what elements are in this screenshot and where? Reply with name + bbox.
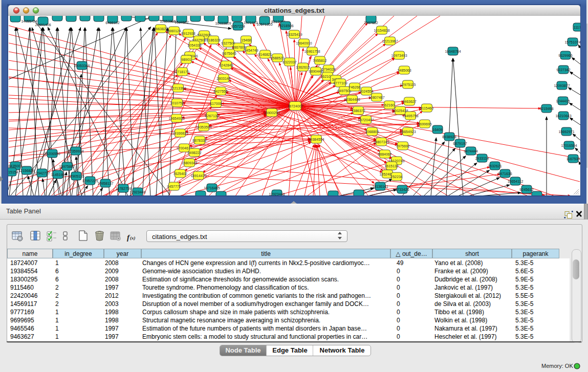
svg-text:9884067: 9884067 bbox=[378, 152, 391, 156]
svg-text:9146821: 9146821 bbox=[258, 53, 272, 56]
svg-text:10958137: 10958137 bbox=[97, 182, 113, 185]
svg-text:18654923: 18654923 bbox=[400, 130, 416, 134]
svg-text:1145199: 1145199 bbox=[51, 173, 65, 177]
svg-text:10653326: 10653326 bbox=[160, 19, 176, 23]
svg-text:12093877: 12093877 bbox=[554, 84, 570, 87]
svg-text:20206556: 20206556 bbox=[44, 152, 60, 156]
svg-text:3024554: 3024554 bbox=[359, 90, 373, 93]
svg-text:3215958: 3215958 bbox=[539, 107, 553, 111]
svg-text:16210643: 16210643 bbox=[555, 114, 571, 118]
svg-text:18807249: 18807249 bbox=[373, 140, 389, 144]
svg-text:8186328: 8186328 bbox=[206, 38, 220, 42]
svg-text:11172: 11172 bbox=[574, 26, 580, 29]
svg-text:10973493: 10973493 bbox=[391, 54, 407, 57]
svg-text:10671355: 10671355 bbox=[256, 23, 272, 26]
svg-text:1010752: 1010752 bbox=[170, 101, 184, 105]
svg-text:9463627: 9463627 bbox=[402, 100, 416, 103]
svg-text:9457771: 9457771 bbox=[167, 185, 181, 188]
svg-text:12905135: 12905135 bbox=[68, 174, 84, 178]
svg-text:12942737: 12942737 bbox=[34, 171, 50, 175]
svg-text:10154838: 10154838 bbox=[374, 29, 389, 32]
svg-text:8454749: 8454749 bbox=[244, 49, 258, 52]
svg-text:9699695: 9699695 bbox=[418, 122, 431, 126]
svg-text:20691406: 20691406 bbox=[35, 23, 51, 27]
svg-text:62160: 62160 bbox=[384, 103, 395, 107]
svg-text:8427552: 8427552 bbox=[213, 90, 227, 93]
svg-text:9245612: 9245612 bbox=[519, 188, 533, 191]
svg-text:9242848: 9242848 bbox=[219, 63, 233, 67]
svg-text:15900293: 15900293 bbox=[264, 111, 279, 115]
svg-text:1733426: 1733426 bbox=[395, 188, 409, 191]
svg-text:17957225: 17957225 bbox=[82, 179, 98, 183]
svg-text:6466102: 6466102 bbox=[105, 21, 119, 25]
svg-text:10654112: 10654112 bbox=[508, 180, 524, 183]
svg-text:1362615: 1362615 bbox=[296, 65, 310, 69]
svg-text:18724007: 18724007 bbox=[287, 104, 303, 108]
svg-text:15720407: 15720407 bbox=[358, 118, 374, 122]
svg-text:9777109: 9777109 bbox=[333, 81, 347, 85]
svg-text:2718170: 2718170 bbox=[175, 70, 189, 74]
svg-text:2933114: 2933114 bbox=[475, 157, 489, 160]
svg-text:19654933: 19654933 bbox=[168, 117, 184, 120]
svg-text:14353594: 14353594 bbox=[195, 125, 211, 129]
svg-text:7975692: 7975692 bbox=[396, 144, 409, 148]
svg-text:8938928: 8938928 bbox=[442, 135, 456, 139]
svg-text:252234: 252234 bbox=[390, 175, 402, 179]
svg-text:12156829: 12156829 bbox=[18, 169, 34, 172]
svg-text:7632621: 7632621 bbox=[488, 164, 502, 168]
svg-text:19384554: 19384554 bbox=[308, 138, 324, 141]
svg-text:7955812: 7955812 bbox=[313, 59, 326, 62]
svg-text:13325419: 13325419 bbox=[286, 33, 302, 36]
svg-text:1167533: 1167533 bbox=[567, 157, 580, 161]
svg-text:16033809: 16033809 bbox=[215, 21, 231, 25]
svg-text:9115460: 9115460 bbox=[420, 106, 434, 110]
svg-text:19166825: 19166825 bbox=[172, 132, 188, 135]
svg-text:14055724: 14055724 bbox=[21, 19, 37, 23]
svg-text:15468: 15468 bbox=[241, 38, 251, 42]
svg-text:1244415: 1244415 bbox=[556, 99, 570, 103]
svg-text:9890448: 9890448 bbox=[309, 70, 322, 73]
svg-text:8912938: 8912938 bbox=[181, 32, 195, 35]
svg-text:12213967: 12213967 bbox=[382, 39, 398, 43]
svg-text:8322037: 8322037 bbox=[282, 60, 296, 64]
svg-text:8471636: 8471636 bbox=[498, 172, 512, 176]
svg-text:12975115: 12975115 bbox=[400, 83, 416, 86]
svg-text:14136141: 14136141 bbox=[372, 185, 388, 188]
svg-text:12923448: 12923448 bbox=[269, 192, 285, 196]
svg-text:2087682: 2087682 bbox=[364, 21, 378, 25]
svg-text:12923448: 12923448 bbox=[129, 190, 145, 194]
svg-text:16648784: 16648784 bbox=[445, 50, 461, 53]
svg-text:8267130: 8267130 bbox=[205, 114, 219, 118]
svg-text:15809348: 15809348 bbox=[181, 161, 197, 165]
svg-text:8878332: 8878332 bbox=[192, 139, 206, 142]
svg-text:9329966: 9329966 bbox=[558, 54, 572, 57]
svg-text:1068809: 1068809 bbox=[365, 130, 379, 134]
svg-text:15751074: 15751074 bbox=[564, 40, 580, 44]
svg-text:1071913: 1071913 bbox=[244, 21, 257, 25]
svg-text:7625402: 7625402 bbox=[173, 172, 187, 176]
svg-text:16961758: 16961758 bbox=[304, 50, 320, 53]
svg-text:9327508: 9327508 bbox=[221, 41, 235, 45]
svg-text:9498222: 9498222 bbox=[187, 151, 201, 155]
svg-text:117006: 117006 bbox=[210, 102, 222, 105]
svg-text:16782759: 16782759 bbox=[115, 187, 131, 190]
svg-text:6879197: 6879197 bbox=[453, 142, 467, 145]
svg-text:1054338: 1054338 bbox=[187, 43, 201, 47]
svg-text:20053346: 20053346 bbox=[74, 64, 90, 68]
svg-text:1615132: 1615132 bbox=[384, 164, 398, 168]
svg-text:16409: 16409 bbox=[432, 128, 443, 132]
svg-text:9357224: 9357224 bbox=[231, 25, 245, 28]
svg-text:746266: 746266 bbox=[349, 85, 360, 89]
svg-text:8435001: 8435001 bbox=[8, 164, 22, 168]
svg-text:12213369: 12213369 bbox=[170, 86, 186, 90]
svg-text:15640910: 15640910 bbox=[296, 41, 312, 45]
svg-text:20364486: 20364486 bbox=[344, 98, 360, 101]
svg-text:7386372: 7386372 bbox=[351, 109, 365, 113]
svg-text:19218506: 19218506 bbox=[277, 24, 293, 28]
svg-text:8675645: 8675645 bbox=[222, 52, 236, 55]
svg-text:98901: 98901 bbox=[181, 58, 191, 61]
svg-text:17016504: 17016504 bbox=[561, 144, 577, 147]
svg-text:(x): (x) bbox=[130, 235, 136, 240]
svg-text:9474444: 9474444 bbox=[464, 149, 477, 153]
svg-text:8660124: 8660124 bbox=[167, 29, 181, 33]
